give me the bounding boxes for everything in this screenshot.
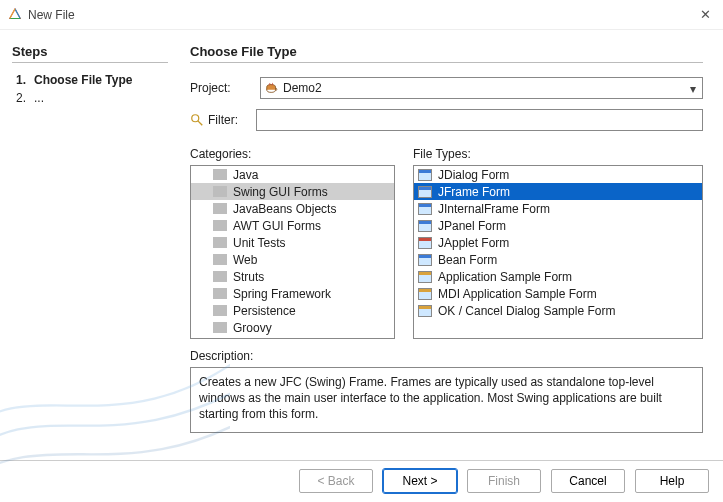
- categories-listbox[interactable]: JavaSwing GUI FormsJavaBeans ObjectsAWT …: [190, 165, 395, 339]
- filetypes-listbox[interactable]: JDialog FormJFrame FormJInternalFrame Fo…: [413, 165, 703, 339]
- folder-icon: [213, 186, 227, 197]
- folder-icon: [213, 220, 227, 231]
- step-item: 1.Choose File Type: [16, 73, 168, 87]
- category-item[interactable]: Persistence: [191, 302, 394, 319]
- filetype-item[interactable]: JPanel Form: [414, 217, 702, 234]
- folder-icon: [213, 237, 227, 248]
- form-icon: [418, 305, 432, 317]
- search-icon: [190, 113, 204, 127]
- titlebar: New File ✕: [0, 0, 723, 30]
- window-title: New File: [28, 8, 696, 22]
- steps-heading: Steps: [12, 44, 168, 63]
- steps-list: 1.Choose File Type2....: [12, 73, 168, 105]
- filetype-item[interactable]: Bean Form: [414, 251, 702, 268]
- help-button[interactable]: Help: [635, 469, 709, 493]
- coffee-cup-icon: [265, 81, 279, 95]
- category-item[interactable]: JavaBeans Objects: [191, 200, 394, 217]
- filetype-item[interactable]: JApplet Form: [414, 234, 702, 251]
- filetypes-column: File Types: JDialog FormJFrame FormJInte…: [413, 147, 703, 339]
- filetypes-label: File Types:: [413, 147, 703, 161]
- folder-icon: [213, 288, 227, 299]
- main-panel: Choose File Type Project: Demo2 ▾ Filter…: [180, 30, 723, 460]
- button-bar: < Back Next > Finish Cancel Help: [0, 460, 723, 500]
- filetype-item[interactable]: JInternalFrame Form: [414, 200, 702, 217]
- project-row: Project: Demo2 ▾: [190, 77, 703, 99]
- lists-row: Categories: JavaSwing GUI FormsJavaBeans…: [190, 147, 703, 339]
- project-select[interactable]: Demo2 ▾: [260, 77, 703, 99]
- form-icon: [418, 220, 432, 232]
- filetype-item[interactable]: MDI Application Sample Form: [414, 285, 702, 302]
- filetype-item[interactable]: JDialog Form: [414, 166, 702, 183]
- svg-point-1: [192, 115, 199, 122]
- filter-row: Filter:: [190, 109, 703, 131]
- form-icon: [418, 237, 432, 249]
- form-icon: [418, 271, 432, 283]
- next-button[interactable]: Next >: [383, 469, 457, 493]
- description-box: Creates a new JFC (Swing) Frame. Frames …: [190, 367, 703, 433]
- cancel-button[interactable]: Cancel: [551, 469, 625, 493]
- category-item[interactable]: AWT GUI Forms: [191, 217, 394, 234]
- folder-icon: [213, 169, 227, 180]
- category-item[interactable]: Java: [191, 166, 394, 183]
- project-value: Demo2: [283, 81, 322, 95]
- filetype-item[interactable]: OK / Cancel Dialog Sample Form: [414, 302, 702, 319]
- wizard-content: Steps 1.Choose File Type2.... Choose Fil…: [0, 30, 723, 460]
- category-item[interactable]: Swing GUI Forms: [191, 183, 394, 200]
- steps-panel: Steps 1.Choose File Type2....: [0, 30, 180, 460]
- folder-icon: [213, 305, 227, 316]
- finish-button[interactable]: Finish: [467, 469, 541, 493]
- category-item[interactable]: Struts: [191, 268, 394, 285]
- category-item[interactable]: Spring Framework: [191, 285, 394, 302]
- chevron-down-icon: ▾: [690, 82, 696, 96]
- filetype-item[interactable]: JFrame Form: [414, 183, 702, 200]
- form-icon: [418, 288, 432, 300]
- category-item[interactable]: Web: [191, 251, 394, 268]
- form-icon: [418, 254, 432, 266]
- svg-line-2: [198, 121, 202, 125]
- description-label: Description:: [190, 349, 703, 363]
- categories-column: Categories: JavaSwing GUI FormsJavaBeans…: [190, 147, 395, 339]
- step-item: 2....: [16, 91, 168, 105]
- close-icon[interactable]: ✕: [696, 7, 715, 22]
- form-icon: [418, 203, 432, 215]
- app-icon: [8, 8, 22, 22]
- project-label: Project:: [190, 81, 260, 95]
- folder-icon: [213, 271, 227, 282]
- folder-icon: [213, 254, 227, 265]
- categories-label: Categories:: [190, 147, 395, 161]
- form-icon: [418, 169, 432, 181]
- form-icon: [418, 186, 432, 198]
- back-button[interactable]: < Back: [299, 469, 373, 493]
- filter-input[interactable]: [256, 109, 703, 131]
- category-item[interactable]: Groovy: [191, 319, 394, 336]
- folder-icon: [213, 322, 227, 333]
- filter-label: Filter:: [208, 113, 256, 127]
- folder-icon: [213, 203, 227, 214]
- wizard-heading: Choose File Type: [190, 44, 703, 63]
- filetype-item[interactable]: Application Sample Form: [414, 268, 702, 285]
- category-item[interactable]: Unit Tests: [191, 234, 394, 251]
